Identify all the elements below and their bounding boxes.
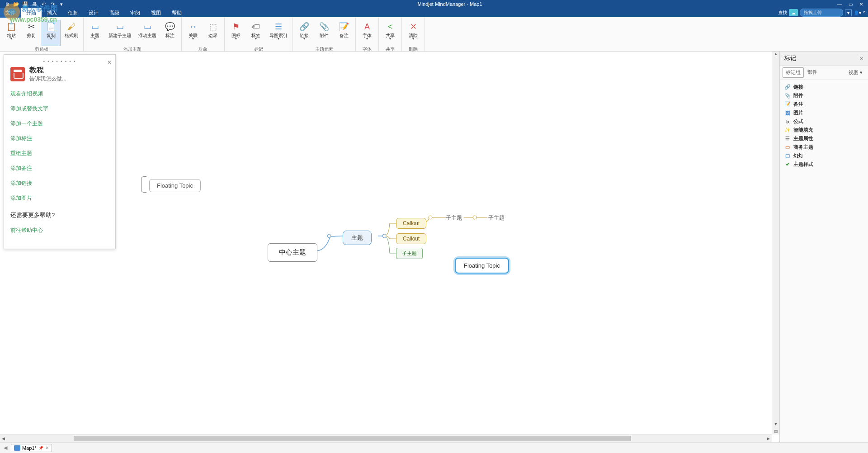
tab-home[interactable]: 开始 [21, 8, 42, 18]
tab-insert[interactable]: 插入 [42, 8, 62, 18]
options-dropdown-icon[interactable]: ▾ [845, 9, 852, 16]
ribbon-btn-字体[interactable]: A字体▼ [358, 20, 377, 46]
ribbon-btn-备注[interactable]: 📝备注 [335, 20, 354, 46]
drag-handle[interactable]: • • • • • • • • [10, 59, 109, 64]
ribbon-btn-边界[interactable]: ⬚边界 [203, 20, 222, 46]
ribbon-btn-附件[interactable]: 📎附件 [315, 20, 334, 46]
tag-item-label: 智能填充 [793, 127, 813, 133]
rp-tab-parts[interactable]: 部件 [805, 67, 820, 78]
drag-upload-box[interactable]: 拖拽上传 [800, 9, 843, 17]
tab-file[interactable]: 文件 [0, 8, 21, 18]
maximize-icon[interactable]: ▭ [845, 1, 855, 7]
user-icon[interactable]: 👤▾ [854, 10, 861, 15]
horizontal-scrollbar[interactable]: ◀ ▶ [0, 434, 772, 442]
qat-more-icon[interactable]: ▾ [58, 1, 65, 7]
dropdown-arrow-icon: ▼ [50, 37, 53, 40]
document-tab[interactable]: Map1* 📌 ✕ [11, 444, 52, 452]
tab-advanced[interactable]: 高级 [104, 8, 125, 18]
tutorial-link-3[interactable]: 添加标注 [10, 135, 109, 142]
subtopic-2[interactable]: 子主题 [446, 214, 462, 222]
tag-item-备注[interactable]: 📝备注 [783, 100, 865, 109]
subtopic-3[interactable]: 子主题 [488, 214, 505, 222]
floating-topic-2-selected[interactable]: Floating Topic [455, 258, 509, 274]
boundary-bracket [141, 176, 146, 193]
floating-topic-1[interactable]: Floating Topic [149, 179, 201, 192]
ribbon-btn-复制[interactable]: 📄复制▼ [42, 20, 61, 46]
ribbon-group-6: <共享▼共享 [379, 17, 402, 51]
tag-item-公式[interactable]: fx公式 [783, 117, 865, 126]
scrollbar-thumb[interactable] [74, 436, 632, 441]
tab-review[interactable]: 审阅 [125, 8, 146, 18]
ribbon-btn-图标[interactable]: ⚑图标▼ [226, 20, 245, 46]
ribbon-btn-格式刷[interactable]: 🖌格式刷 [61, 20, 81, 46]
scroll-down-icon[interactable]: ▼ [772, 422, 779, 426]
qat-redo-icon[interactable]: ↷ [49, 1, 56, 7]
标注-icon: 💬 [165, 21, 175, 32]
ribbon-btn-共享[interactable]: <共享▼ [381, 20, 400, 46]
ribbon-btn-主题[interactable]: ▭主题▼ [85, 20, 104, 46]
ribbon-btn-新建子主题[interactable]: ▭新建子主题 [105, 20, 134, 46]
tab-help[interactable]: 帮助 [166, 8, 187, 18]
callout-1[interactable]: Callout [396, 218, 426, 229]
cloud-sync-icon[interactable]: ☁ [789, 9, 798, 16]
tag-item-商务主题[interactable]: ▭商务主题 [783, 143, 865, 151]
ribbon-collapse-icon[interactable]: ^ [863, 10, 865, 15]
scroll-right-icon[interactable]: ▶ [765, 436, 772, 441]
tutorial-link-5[interactable]: 添加备注 [10, 165, 109, 172]
qat-open-icon[interactable]: 📂 [13, 1, 20, 7]
tutorial-link-2[interactable]: 添加一个主题 [10, 120, 109, 127]
tutorial-link-0[interactable]: 观看介绍视频 [10, 90, 109, 98]
main-topic[interactable]: 主题 [343, 231, 372, 245]
pane-close-icon[interactable]: ✕ [107, 59, 112, 66]
ribbon-btn-标签[interactable]: 🏷标签▼ [246, 20, 265, 46]
公式-icon: fx [784, 119, 791, 124]
close-icon[interactable]: ✕ [856, 1, 866, 7]
qat-new-icon[interactable]: 🗎 [4, 1, 11, 7]
tab-close-icon[interactable]: ✕ [45, 445, 49, 450]
ribbon-btn-链接[interactable]: 🔗链接▼ [295, 20, 314, 46]
minimize-icon[interactable]: — [835, 1, 844, 7]
tag-item-链接[interactable]: 🔗链接 [783, 83, 865, 91]
tags-panel-close-icon[interactable]: ✕ [859, 56, 863, 61]
tab-design[interactable]: 设计 [83, 8, 104, 18]
ribbon-btn-浮动主题[interactable]: ▭浮动主题 [135, 20, 160, 46]
scroll-left-icon[interactable]: ◀ [0, 436, 7, 441]
rp-tab-groups[interactable]: 标记组 [783, 67, 804, 78]
tag-item-幻灯[interactable]: ▢幻灯 [783, 151, 865, 160]
ribbon-btn-清除[interactable]: ✕清除▼ [404, 20, 423, 46]
menu-bar: 文件 开始 插入 任务 设计 高级 审阅 视图 帮助 查找 ☁ 拖拽上传 ▾ 👤… [0, 8, 868, 17]
callout-2[interactable]: Callout [396, 233, 426, 244]
qat-undo-icon[interactable]: ↶ [40, 1, 47, 7]
ribbon-btn-导图索引[interactable]: ☰导图索引▼ [266, 20, 291, 46]
tab-task[interactable]: 任务 [62, 8, 83, 18]
qat-print-icon[interactable]: 🖶 [31, 1, 38, 7]
tag-item-附件[interactable]: 📎附件 [783, 91, 865, 100]
tag-item-主题属性[interactable]: ☰主题属性 [783, 134, 865, 143]
ribbon-btn-剪切[interactable]: ✂剪切 [22, 20, 41, 46]
rp-view-dropdown[interactable]: 视图 ▾ [846, 68, 865, 77]
subtopic-1[interactable]: 子主题 [396, 248, 423, 259]
dropdown-arrow-icon: ▼ [235, 37, 238, 40]
tutorial-link-1[interactable]: 添加或替换文字 [10, 105, 109, 113]
ribbon-btn-关联[interactable]: ↔关联▼ [184, 20, 203, 46]
scroll-up-icon[interactable]: ▲ [772, 52, 779, 56]
tab-prev-icon[interactable]: ◀ [4, 445, 7, 451]
help-center-link[interactable]: 前往帮助中心 [10, 226, 109, 234]
central-topic[interactable]: 中心主题 [268, 243, 317, 262]
tab-view[interactable]: 视图 [146, 8, 166, 18]
tag-item-主题样式[interactable]: ✔主题样式 [783, 160, 865, 169]
tutorial-link-7[interactable]: 添加图片 [10, 194, 109, 202]
复制-icon: 📄 [46, 21, 57, 32]
tutorial-link-4[interactable]: 重组主题 [10, 150, 109, 157]
scroll-split-icon[interactable]: ▤ [772, 429, 779, 434]
tag-item-智能填充[interactable]: ✨智能填充 [783, 126, 865, 134]
qat-save-icon[interactable]: 💾 [22, 1, 29, 7]
ribbon-btn-标注[interactable]: 💬标注 [160, 20, 179, 46]
tag-item-label: 图片 [793, 109, 803, 116]
tab-pin-icon[interactable]: 📌 [38, 446, 43, 450]
dropdown-arrow-icon: ▼ [366, 37, 369, 40]
tag-item-图片[interactable]: 🖼图片 [783, 109, 865, 117]
tutorial-link-6[interactable]: 添加链接 [10, 179, 109, 187]
ribbon-btn-粘贴[interactable]: 📋粘贴▼ [2, 20, 21, 46]
vertical-scrollbar[interactable]: ▲ ▼ ▤ [772, 52, 779, 434]
